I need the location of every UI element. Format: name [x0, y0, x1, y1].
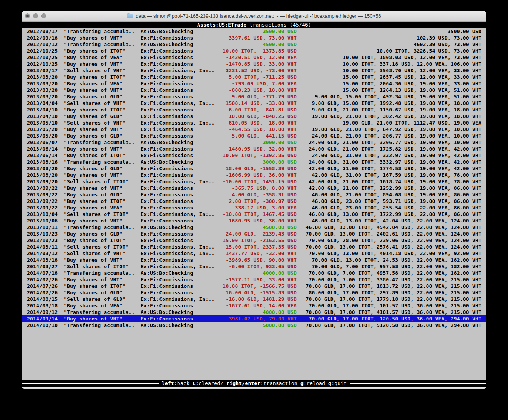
transaction-row[interactable]: 2013/08/20"Buy shares of VHT"Ex:Fi:Commi…	[22, 172, 486, 178]
transaction-amount: -1680.95 USD, 38.00 VHT	[183, 217, 297, 224]
transaction-row[interactable]: 2014/03/11"Sell shares of ITOT"Ex:Fi:Com…	[22, 244, 486, 250]
transaction-date: 2014/07/26	[27, 283, 58, 289]
transaction-row[interactable]: 2014/03/18"Buy shares of VHT"Ex:Fi:Commi…	[22, 257, 486, 263]
key-hint-left: left:back	[162, 380, 189, 386]
transaction-row[interactable]: 2013/10/23"Buy shares of GLD"Ex:Fi:Commi…	[22, 231, 486, 237]
transaction-balance: 15.00 ITOT, 1264.13 USD, 19.00 VEA, 51.0…	[302, 87, 481, 93]
transaction-row[interactable]: 2013/06/07"Transfering accumula..As:US:B…	[22, 139, 486, 146]
transaction-row[interactable]: 2012/10/25"Buy shares of ITOT"Ex:Fi:Comm…	[22, 48, 486, 54]
transaction-row[interactable]: 2013/10/04"Sell shares of ITOT"Ex:Fi:Com…	[22, 211, 486, 217]
transaction-date: 2013/08/16	[27, 159, 58, 165]
window-titlebar[interactable]: data — simon@pool-71-165-239-133.lsanca.…	[22, 11, 486, 22]
transaction-balance: 70.00 GLD, 7.00 ITOT, 957.58 USD, 22.00 …	[302, 263, 481, 270]
transaction-row[interactable]: 2012/09/18"Buy shares of VHT"Ex:Fi:Commi…	[22, 35, 486, 41]
transaction-amount: 9.00 GLD, -771.79 USD	[183, 93, 297, 100]
transaction-date: 2012/10/25	[27, 48, 58, 54]
transaction-balance: 4602.39 USD, 73.00 VHT	[302, 41, 481, 48]
zoom-button[interactable]	[41, 13, 46, 18]
transaction-date: 2013/05/10	[27, 120, 58, 126]
transaction-amount: -3989.65 USD, 90.00 VHT	[183, 257, 297, 263]
transaction-row[interactable]: 2013/09/22"Buy shares of GLD"Ex:Fi:Commi…	[22, 191, 486, 198]
transaction-row[interactable]: 2014/07/26"Buy shares of ITOT"Ex:Fi:Comm…	[22, 283, 486, 289]
transaction-description: "Sell shares of VHT"	[64, 100, 126, 106]
transaction-balance: 24.00 GLD, 31.00 ITOT, 332.97 USD, 19.00…	[302, 152, 481, 159]
key-hint-C: C:cleared?	[193, 380, 223, 386]
empty-area	[22, 329, 486, 380]
transaction-row[interactable]: 2013/08/16"Transfering accumula..As:US:B…	[22, 159, 486, 165]
transaction-date: 2013/03/20	[27, 93, 58, 100]
transaction-description: "Sell shares of ITOT"	[64, 178, 129, 185]
transaction-row[interactable]: 2013/10/11"Transfering accumula..As:US:B…	[22, 224, 486, 231]
transaction-row[interactable]: 2013/03/20"Buy shares of GLD"Ex:Fi:Commi…	[22, 93, 486, 100]
transaction-row[interactable]: 2013/09/22"Buy shares of ITOT"Ex:Fi:Comm…	[22, 198, 486, 204]
transaction-balance: 19.00 GLD, 21.00 ITOT, 1112.47 USD, 19.0…	[302, 120, 481, 126]
transaction-description: "Buy shares of ITOT"	[64, 237, 126, 244]
transaction-row[interactable]: 2013/03/20"Buy shares of VEA"Ex:Fi:Commi…	[22, 80, 486, 87]
transaction-row[interactable]: 2012/08/17"Transfering accumula..As:US:B…	[22, 28, 486, 35]
transaction-row[interactable]: 2013/04/04"Sell shares of VHT"Ex:Fi:Comm…	[22, 100, 486, 106]
transaction-balance: 102.39 USD, 73.00 VHT	[302, 35, 481, 41]
transaction-row[interactable]: 2013/05/20"Buy shares of VHT"Ex:Fi:Commi…	[22, 126, 486, 133]
footer-rule-left	[22, 383, 159, 384]
transaction-row[interactable]: 2014/07/26"Buy shares of GLD"Ex:Fi:Commi…	[22, 289, 486, 296]
transaction-row[interactable]: 2013/06/14"Buy shares of VHT"Ex:Fi:Commi…	[22, 146, 486, 152]
transaction-balance: 70.00 GLD, 13.00 ITOT, 2402.61 USD, 22.0…	[302, 231, 481, 237]
transaction-row-selected[interactable]: 2014/09/14"Buy shares of VHT"Ex:Fi:Commi…	[22, 315, 486, 322]
transaction-row[interactable]: 2013/09/22"Buy shares of VEA"Ex:Fi:Commi…	[22, 204, 486, 211]
transaction-date: 2013/05/20	[27, 133, 58, 139]
transaction-row[interactable]: 2014/09/12"Transfering accumula..As:US:B…	[22, 309, 486, 315]
transaction-row[interactable]: 2014/07/26"Buy shares of VHT"Ex:Fi:Commi…	[22, 276, 486, 283]
screen-header-text: Assets:US:ETrade transactions (45/46)	[194, 22, 314, 28]
transaction-row[interactable]: 2014/10/10"Transfering accumula..As:US:B…	[22, 322, 486, 329]
transaction-row[interactable]: 2013/10/23"Buy shares of ITOT"Ex:Fi:Comm…	[22, 237, 486, 244]
transaction-description: "Buy shares of VHT"	[64, 126, 123, 133]
transaction-description: "Buy shares of VHT"	[64, 217, 123, 224]
transaction-balance: 70.00 GLD, 17.00 ITOT, 1779.18 USD, 22.0…	[302, 296, 481, 302]
transaction-row[interactable]: 2013/05/20"Buy shares of GLD"Ex:Fi:Commi…	[22, 133, 486, 139]
transaction-balance: 10.00 ITOT, 3228.54 USD, 73.00 VHT	[302, 48, 481, 54]
transaction-row[interactable]: 2013/09/22"Buy shares of VHT"Ex:Fi:Commi…	[22, 185, 486, 191]
transaction-description: "Sell shares of ITOT"	[64, 263, 129, 270]
transaction-row[interactable]: 2013/08/20"Buy shares of GLD"Ex:Fi:Commi…	[22, 165, 486, 172]
transaction-description: "Buy shares of ITOT"	[64, 198, 126, 204]
transaction-amount: 6.00 ITOT, -841.81 USD	[183, 106, 297, 113]
transaction-description: "Transfering accumula..	[64, 41, 135, 48]
transaction-row[interactable]: 2012/10/25"Buy shares of VEA"Ex:Fi:Commi…	[22, 54, 486, 61]
transaction-row[interactable]: 2012/10/25"Buy shares of VHT"Ex:Fi:Commi…	[22, 61, 486, 67]
close-button[interactable]	[25, 13, 30, 18]
transaction-description: "Buy shares of GLD"	[64, 133, 123, 139]
transaction-date: 2013/04/10	[27, 106, 58, 113]
transaction-row[interactable]: 2013/10/06"Buy shares of VHT"Ex:Fi:Commi…	[22, 217, 486, 224]
transaction-row[interactable]: 2013/02/17"Sell shares of VHT"Ex:Fi:Comm…	[22, 67, 486, 74]
transaction-amount: -6.00 ITOT, 933.05 USD	[183, 263, 297, 270]
transaction-row[interactable]: 2013/05/10"Sell shares of VHT"Ex:Fi:Comm…	[22, 120, 486, 126]
transaction-date: 2012/10/12	[27, 41, 58, 48]
transaction-balance: 70.00 GLD, 17.00 ITOT, 120.50 USD, 36.00…	[302, 315, 481, 322]
transaction-date: 2012/08/17	[27, 28, 58, 35]
transaction-amount: 10.00 ITOT, -1566.75 USD	[183, 283, 297, 289]
transaction-row[interactable]: 2012/10/12"Transfering accumula..As:US:B…	[22, 41, 486, 48]
transaction-balance: 42.00 GLD, 21.00 ITOT, 1252.99 USD, 19.0…	[302, 185, 481, 191]
transaction-row[interactable]: 2013/06/14"Buy shares of ITOT"Ex:Fi:Comm…	[22, 152, 486, 159]
window-bottom-edge	[22, 387, 486, 389]
transaction-balance: 42.00 GLD, 31.00 ITOT, 167.59 USD, 19.00…	[302, 172, 481, 178]
folder-icon	[127, 13, 133, 18]
transaction-row[interactable]: 2014/03/27"Sell shares of ITOT"Ex:Fi:Com…	[22, 263, 486, 270]
footer-rule-right	[350, 383, 486, 384]
transaction-row[interactable]: 2014/08/18"Buy shares of VEA"Ex:Fi:Commi…	[22, 302, 486, 309]
transaction-row[interactable]: 2014/07/18"Transfering accumula..As:US:B…	[22, 270, 486, 276]
transaction-row[interactable]: 2013/03/20"Buy shares of ITOT"Ex:Fi:Comm…	[22, 74, 486, 80]
transaction-balance: 46.00 GLD, 21.00 ITOT, 894.68 USD, 19.00…	[302, 191, 481, 198]
transaction-balance: 70.00 GLD, 13.00 ITOT, 4014.18 USD, 22.0…	[302, 250, 481, 257]
transaction-row[interactable]: 2013/09/20"Sell shares of ITOT"Ex:Fi:Com…	[22, 178, 486, 185]
transaction-description: "Sell shares of ITOT"	[64, 244, 129, 250]
minimize-button[interactable]	[33, 13, 38, 18]
transaction-row[interactable]: 2014/03/12"Sell shares of VHT"Ex:Fi:Comm…	[22, 250, 486, 257]
transaction-description: "Buy shares of VEA"	[64, 302, 123, 309]
transaction-row[interactable]: 2013/04/10"Buy shares of GLD"Ex:Fi:Commi…	[22, 113, 486, 120]
transaction-row[interactable]: 2013/03/20"Buy shares of VHT"Ex:Fi:Commi…	[22, 87, 486, 93]
transaction-row[interactable]: 2014/08/15"Sell shares of GLD"Ex:Fi:Comm…	[22, 296, 486, 302]
transaction-row[interactable]: 2013/04/10"Buy shares of ITOT"Ex:Fi:Comm…	[22, 106, 486, 113]
transaction-amount: -1470.85 USD, 33.00 VHT	[183, 61, 297, 67]
transaction-date: 2013/06/14	[27, 146, 58, 152]
